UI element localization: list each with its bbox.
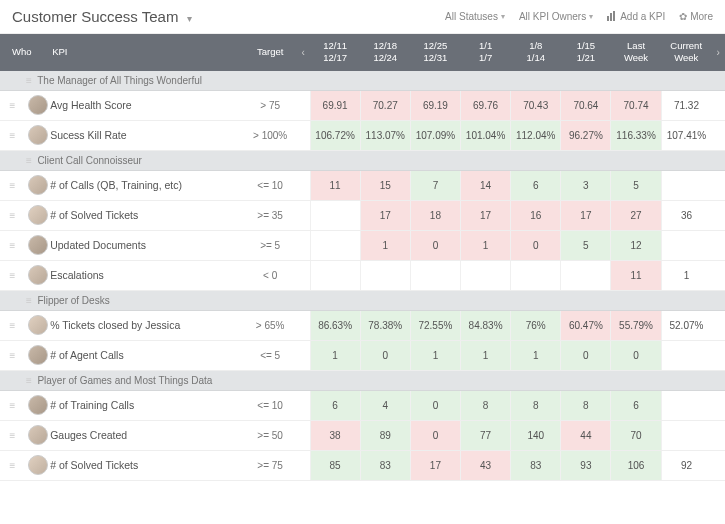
data-cell[interactable]: 11 <box>310 170 360 200</box>
data-cell[interactable]: 69.91 <box>310 90 360 120</box>
data-cell[interactable] <box>410 260 460 290</box>
data-cell[interactable]: 85 <box>310 450 360 480</box>
data-cell[interactable]: 17 <box>360 200 410 230</box>
data-cell[interactable]: 15 <box>360 170 410 200</box>
data-cell[interactable]: 83 <box>511 450 561 480</box>
avatar-cell[interactable] <box>25 340 50 370</box>
data-cell[interactable]: 38 <box>310 420 360 450</box>
data-cell[interactable] <box>310 260 360 290</box>
drag-handle-icon[interactable]: ≡ <box>0 260 25 290</box>
group-header[interactable]: ≡ The Manager of All Things Wonderful <box>0 71 725 91</box>
data-cell[interactable]: 43 <box>461 450 511 480</box>
drag-handle-icon[interactable]: ≡ <box>0 450 25 480</box>
avatar-cell[interactable] <box>25 420 50 450</box>
avatar-cell[interactable] <box>25 310 50 340</box>
drag-handle-icon[interactable]: ≡ <box>26 155 32 166</box>
data-cell[interactable]: 1 <box>461 230 511 260</box>
drag-handle-icon[interactable]: ≡ <box>26 75 32 86</box>
avatar-cell[interactable] <box>25 120 50 150</box>
data-cell[interactable]: 27 <box>611 200 661 230</box>
filter-owners[interactable]: All KPI Owners ▾ <box>519 11 593 22</box>
data-cell[interactable]: 0 <box>511 230 561 260</box>
data-cell[interactable]: 7 <box>410 170 460 200</box>
kpi-name[interactable]: Avg Health Score <box>50 90 244 120</box>
data-cell[interactable]: 17 <box>461 200 511 230</box>
data-cell[interactable]: 36 <box>661 200 711 230</box>
data-cell[interactable]: 8 <box>461 390 511 420</box>
data-cell[interactable] <box>661 230 711 260</box>
drag-handle-icon[interactable]: ≡ <box>0 120 25 150</box>
scroll-left-button[interactable]: ‹ <box>296 34 310 71</box>
data-cell[interactable]: 55.79% <box>611 310 661 340</box>
more-button[interactable]: ✿ More <box>679 11 713 22</box>
kpi-name[interactable]: # of Agent Calls <box>50 340 244 370</box>
kpi-name[interactable]: Gauges Created <box>50 420 244 450</box>
data-cell[interactable]: 6 <box>310 390 360 420</box>
drag-handle-icon[interactable]: ≡ <box>0 170 25 200</box>
data-cell[interactable]: 0 <box>561 340 611 370</box>
data-cell[interactable] <box>310 230 360 260</box>
data-cell[interactable]: 1 <box>360 230 410 260</box>
data-cell[interactable]: 5 <box>561 230 611 260</box>
data-cell[interactable]: 78.38% <box>360 310 410 340</box>
data-cell[interactable]: 4 <box>360 390 410 420</box>
scroll-right-button[interactable]: › <box>711 34 725 71</box>
data-cell[interactable]: 106.72% <box>310 120 360 150</box>
data-cell[interactable]: 116.33% <box>611 120 661 150</box>
avatar-cell[interactable] <box>25 200 50 230</box>
data-cell[interactable]: 107.09% <box>410 120 460 150</box>
data-cell[interactable] <box>561 260 611 290</box>
data-cell[interactable]: 3 <box>561 170 611 200</box>
group-header[interactable]: ≡ Client Call Connoisseur <box>0 150 725 170</box>
data-cell[interactable]: 113.07% <box>360 120 410 150</box>
data-cell[interactable] <box>511 260 561 290</box>
data-cell[interactable]: 84.83% <box>461 310 511 340</box>
team-title-dropdown[interactable]: Customer Success Team ▾ <box>12 8 192 25</box>
data-cell[interactable] <box>661 170 711 200</box>
avatar-cell[interactable] <box>25 90 50 120</box>
data-cell[interactable]: 18 <box>410 200 460 230</box>
data-cell[interactable] <box>360 260 410 290</box>
avatar-cell[interactable] <box>25 170 50 200</box>
drag-handle-icon[interactable]: ≡ <box>0 230 25 260</box>
data-cell[interactable]: 76% <box>511 310 561 340</box>
drag-handle-icon[interactable]: ≡ <box>0 390 25 420</box>
data-cell[interactable] <box>310 200 360 230</box>
data-cell[interactable]: 69.19 <box>410 90 460 120</box>
data-cell[interactable]: 17 <box>410 450 460 480</box>
data-cell[interactable]: 70.64 <box>561 90 611 120</box>
kpi-name[interactable]: # of Calls (QB, Training, etc) <box>50 170 244 200</box>
data-cell[interactable]: 86.63% <box>310 310 360 340</box>
data-cell[interactable]: 101.04% <box>461 120 511 150</box>
data-cell[interactable]: 112.04% <box>511 120 561 150</box>
data-cell[interactable]: 1 <box>511 340 561 370</box>
data-cell[interactable]: 77 <box>461 420 511 450</box>
data-cell[interactable]: 92 <box>661 450 711 480</box>
data-cell[interactable]: 70.74 <box>611 90 661 120</box>
drag-handle-icon[interactable]: ≡ <box>0 340 25 370</box>
data-cell[interactable]: 107.41% <box>661 120 711 150</box>
data-cell[interactable]: 0 <box>410 230 460 260</box>
data-cell[interactable]: 83 <box>360 450 410 480</box>
data-cell[interactable]: 72.55% <box>410 310 460 340</box>
data-cell[interactable] <box>661 390 711 420</box>
data-cell[interactable] <box>661 420 711 450</box>
data-cell[interactable]: 60.47% <box>561 310 611 340</box>
data-cell[interactable]: 12 <box>611 230 661 260</box>
data-cell[interactable] <box>461 260 511 290</box>
group-header[interactable]: ≡ Player of Games and Most Things Data <box>0 370 725 390</box>
group-header[interactable]: ≡ Flipper of Desks <box>0 290 725 310</box>
filter-statuses[interactable]: All Statuses ▾ <box>445 11 505 22</box>
kpi-name[interactable]: % Tickets closed by Jessica <box>50 310 244 340</box>
avatar-cell[interactable] <box>25 260 50 290</box>
data-cell[interactable]: 89 <box>360 420 410 450</box>
data-cell[interactable]: 1 <box>661 260 711 290</box>
data-cell[interactable]: 93 <box>561 450 611 480</box>
data-cell[interactable]: 1 <box>410 340 460 370</box>
data-cell[interactable]: 0 <box>410 420 460 450</box>
drag-handle-icon[interactable]: ≡ <box>0 90 25 120</box>
data-cell[interactable]: 0 <box>360 340 410 370</box>
add-kpi-button[interactable]: Add a KPI <box>607 11 665 23</box>
kpi-name[interactable]: Sucess Kill Rate <box>50 120 244 150</box>
drag-handle-icon[interactable]: ≡ <box>0 200 25 230</box>
